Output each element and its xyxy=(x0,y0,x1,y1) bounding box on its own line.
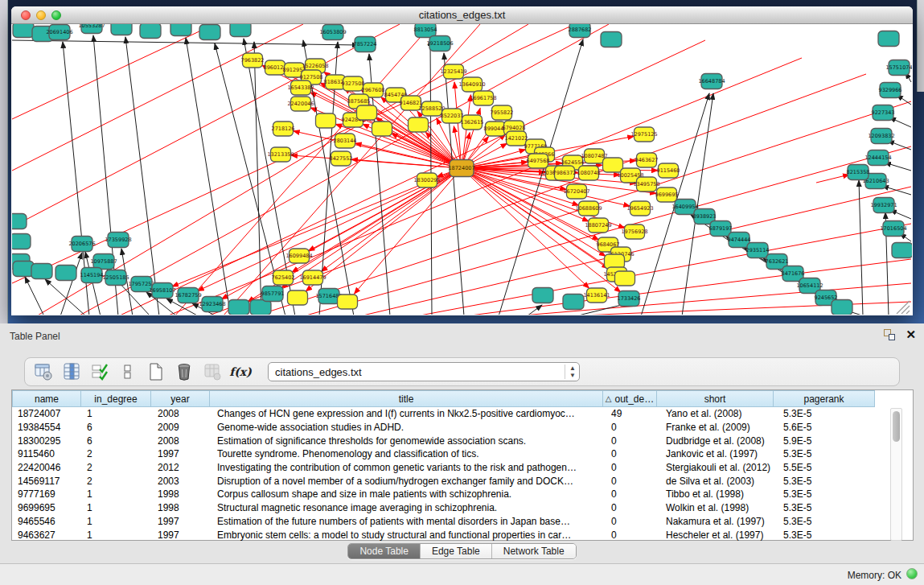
delete-rows-icon[interactable] xyxy=(174,361,195,382)
graph-node[interactable] xyxy=(199,25,220,40)
resize-grip[interactable] xyxy=(893,298,911,314)
scrollbar-thumb[interactable] xyxy=(893,411,900,442)
table-cell: 18300295 xyxy=(12,435,81,447)
graph-node-label: 17359928 xyxy=(105,237,131,243)
column-header-in_degree[interactable]: in_degree xyxy=(80,390,151,407)
graph-node[interactable] xyxy=(31,264,52,279)
graph-node[interactable] xyxy=(250,300,271,315)
table-selector-dropdown[interactable]: citations_edges.txt ▲▼ xyxy=(268,362,580,381)
graph-node-label: 2967608 xyxy=(362,87,385,93)
delete-table-icon[interactable] xyxy=(202,361,223,382)
graph-node[interactable] xyxy=(170,24,191,36)
citation-edge-black[interactable] xyxy=(45,279,86,315)
graph-node[interactable] xyxy=(140,24,161,39)
table-scrollbar[interactable] xyxy=(890,408,902,541)
float-panel-icon[interactable] xyxy=(883,328,896,341)
citation-edge-black[interactable] xyxy=(527,305,542,315)
table-row[interactable]: 1456911722003Disruption of a novel membe… xyxy=(12,474,913,488)
graph-node[interactable] xyxy=(316,113,336,128)
column-visibility-icon[interactable] xyxy=(61,361,82,382)
graph-node[interactable] xyxy=(12,234,31,249)
memory-status-label: Memory: OK xyxy=(848,570,901,581)
network-canvas[interactable]: 2069140610553287160538097857224881305419… xyxy=(12,24,912,315)
graph-node[interactable] xyxy=(409,117,429,132)
graph-node-label: 14136141 xyxy=(583,292,610,299)
graph-node[interactable] xyxy=(230,24,251,37)
new-document-icon[interactable] xyxy=(146,361,166,382)
close-panel-icon[interactable]: ✕ xyxy=(906,328,916,341)
table-cell: Embryonic stem cells: a model to study s… xyxy=(211,529,606,541)
column-header-year[interactable]: year xyxy=(150,390,210,407)
graph-node[interactable] xyxy=(532,288,553,303)
graph-node[interactable] xyxy=(892,243,912,258)
table-cell: 0 xyxy=(606,476,660,487)
graph-node[interactable] xyxy=(615,271,635,286)
citation-edge-black[interactable] xyxy=(882,186,911,195)
citation-edge-black[interactable] xyxy=(25,277,44,315)
citation-edge-black[interactable] xyxy=(254,42,261,315)
graph-node[interactable] xyxy=(563,295,584,310)
citation-edge-black[interactable] xyxy=(12,40,359,45)
citation-edge-black[interactable] xyxy=(859,180,863,315)
citation-edge-red[interactable] xyxy=(321,168,462,271)
table-cell: 1 xyxy=(81,529,152,541)
graph-node-label: 9327508 xyxy=(342,80,365,87)
table-row[interactable]: 2242004622012Investigating the contribut… xyxy=(12,461,913,475)
table-row[interactable]: 977716911998Corpus callosum shape and si… xyxy=(12,488,913,501)
table-row[interactable]: 946554611997Estimation of the future num… xyxy=(12,515,913,529)
column-header-out_de[interactable]: △out_de… xyxy=(602,390,657,407)
citation-edge-red[interactable] xyxy=(816,175,849,183)
graph-node[interactable] xyxy=(372,122,392,136)
column-header-pagerank[interactable]: pagerank xyxy=(773,390,875,407)
table-row[interactable]: 969969511998Structural magnetic resonanc… xyxy=(12,501,913,515)
graph-node-label: 6794028 xyxy=(503,125,526,131)
table-settings-icon[interactable] xyxy=(33,361,54,382)
graph-node[interactable] xyxy=(603,158,623,172)
citation-edge-red[interactable] xyxy=(78,24,609,315)
network-window[interactable]: citations_edges.txt 20691406105532871605… xyxy=(11,6,913,315)
citation-edge-black[interactable] xyxy=(125,37,159,315)
graph-node-label: 12093832 xyxy=(868,133,894,139)
tab-network-table[interactable]: Network Table xyxy=(492,544,576,558)
table-row[interactable]: 911546021997Tourette syndrome. Phenomeno… xyxy=(12,447,913,461)
column-header-short[interactable]: short xyxy=(656,390,774,407)
citation-edge-red[interactable] xyxy=(354,168,462,294)
graph-node[interactable] xyxy=(878,31,899,47)
column-header-title[interactable]: title xyxy=(209,390,603,407)
column-header-name[interactable]: name xyxy=(12,390,81,407)
graph-node[interactable] xyxy=(13,262,34,277)
table-cell: 1998 xyxy=(152,488,211,500)
graph-node[interactable] xyxy=(111,24,132,35)
function-builder-icon[interactable]: f(x) xyxy=(230,361,251,382)
graph-node[interactable] xyxy=(601,32,622,47)
network-graph[interactable]: 2069140610553287160538097857224881305419… xyxy=(12,24,912,315)
table-row[interactable]: 1872400712008Changes of HCN gene express… xyxy=(12,407,913,421)
graph-node[interactable] xyxy=(55,266,76,281)
citation-edge-black[interactable] xyxy=(444,53,464,315)
rows-icon[interactable] xyxy=(117,361,138,382)
graph-node[interactable] xyxy=(228,300,249,315)
graph-node-label: 8427552 xyxy=(330,155,353,162)
graph-node[interactable] xyxy=(338,295,358,309)
graph-node[interactable] xyxy=(12,214,27,229)
graph-node-label: 3624554 xyxy=(561,159,585,166)
network-window-titlebar[interactable]: citations_edges.txt xyxy=(11,6,913,24)
table-cell: 0 xyxy=(606,516,660,527)
graph-node[interactable] xyxy=(832,300,852,315)
table-panel: Table Panel ✕ xyxy=(0,323,924,585)
citation-edge-red[interactable] xyxy=(12,24,400,227)
graph-node[interactable] xyxy=(605,254,625,269)
graph-node[interactable] xyxy=(357,105,377,120)
citation-edge-black[interactable] xyxy=(60,253,82,315)
tab-node-table[interactable]: Node Table xyxy=(348,544,421,558)
table-row[interactable]: 946362711997Embryonic stem cells: a mode… xyxy=(12,528,913,542)
table-row[interactable]: 1938455462009Genome-wide association stu… xyxy=(12,421,913,435)
table-cell: 14569117 xyxy=(12,476,81,487)
tab-edge-table[interactable]: Edge Table xyxy=(421,544,492,558)
table-row[interactable]: 1830029562008Estimation of significance … xyxy=(12,434,913,447)
graph-node[interactable] xyxy=(13,24,34,38)
graph-node-label: 10807487 xyxy=(581,153,607,159)
select-all-icon[interactable] xyxy=(89,361,110,382)
citation-edge-black[interactable] xyxy=(885,163,911,171)
graph-node[interactable] xyxy=(288,290,308,305)
